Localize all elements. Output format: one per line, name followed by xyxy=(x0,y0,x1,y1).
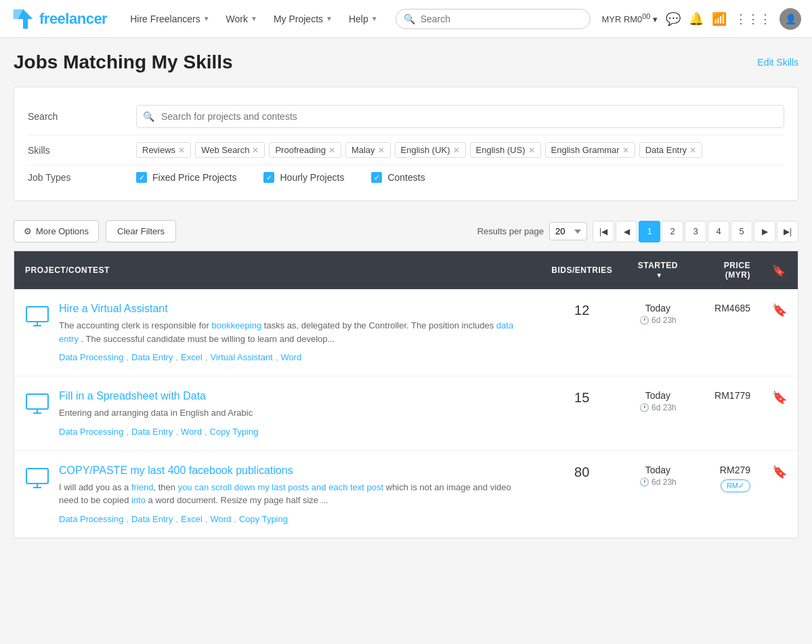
project-main-3: COPY/PASTE my last 400 facebook publicat… xyxy=(25,465,530,524)
page-2-button[interactable]: 2 xyxy=(662,221,683,242)
started-cell-2: Today 🕐 6d 23h xyxy=(623,377,692,451)
price-value-3: RM279 xyxy=(720,465,750,475)
search-input-content: 🔍 xyxy=(136,105,784,128)
logo-icon xyxy=(11,7,35,31)
tag-data-processing[interactable]: Data Processing xyxy=(59,514,123,524)
edit-skills-link[interactable]: Edit Skills xyxy=(757,57,798,68)
price-value-1: RM4685 xyxy=(714,303,750,314)
job-types-content: ✓ Fixed Price Projects ✓ Hourly Projects… xyxy=(136,172,784,183)
started-time-1: 🕐 6d 23h xyxy=(634,316,681,325)
main-content: Jobs Matching My Skills Edit Skills Sear… xyxy=(0,38,812,552)
currency-display[interactable]: MYR RM000 ▾ xyxy=(601,12,658,24)
avatar[interactable]: 👤 xyxy=(779,8,801,30)
fixed-price-label: Fixed Price Projects xyxy=(152,172,236,183)
bookmark-icon-2[interactable]: 🔖 xyxy=(772,391,787,404)
remove-skill-malay[interactable]: ✕ xyxy=(378,146,385,155)
job-types: ✓ Fixed Price Projects ✓ Hourly Projects… xyxy=(136,172,784,183)
project-desc-1: The accounting clerk is responsible for … xyxy=(59,319,530,345)
chevron-down-icon: ▼ xyxy=(251,15,257,22)
project-desc-2: Entering and arranging data in English a… xyxy=(59,406,530,420)
tag-data-entry[interactable]: Data Entry xyxy=(131,427,173,437)
filter-panel: Search 🔍 Skills Reviews ✕ Web Search xyxy=(14,87,798,201)
skill-tag-english-uk: English (UK) ✕ xyxy=(395,142,466,158)
job-type-hourly[interactable]: ✓ Hourly Projects xyxy=(263,172,344,183)
svg-marker-1 xyxy=(14,9,23,18)
more-options-button[interactable]: ⚙ More Options xyxy=(14,220,99,242)
page-5-button[interactable]: 5 xyxy=(731,221,752,242)
per-page-select[interactable]: 20 10 50 100 xyxy=(549,222,587,240)
page-4-button[interactable]: 4 xyxy=(708,221,729,242)
monitor-icon xyxy=(25,391,49,416)
tag-copy-typing[interactable]: Copy Typing xyxy=(239,514,288,524)
notifications-icon[interactable]: 🔔 xyxy=(689,12,704,26)
th-bookmark: 🔖 xyxy=(761,251,798,290)
remove-skill-english-uk[interactable]: ✕ xyxy=(453,146,460,155)
skills-content: Reviews ✕ Web Search ✕ Proofreading ✕ Ma… xyxy=(136,142,784,158)
project-tags-2: Data Processing, Data Entry, Word, Copy … xyxy=(59,427,530,437)
project-title-2[interactable]: Fill in a Spreadsheet with Data xyxy=(59,390,206,402)
nav-my-projects[interactable]: My Projects ▼ xyxy=(267,9,339,28)
clock-icon: 🕐 xyxy=(639,316,649,325)
project-title-1[interactable]: Hire a Virtual Assistant xyxy=(59,303,168,314)
nav-search-input[interactable] xyxy=(396,9,591,29)
tag-data-entry[interactable]: Data Entry xyxy=(131,352,173,362)
remove-skill-english-us[interactable]: ✕ xyxy=(528,146,535,155)
nav-help[interactable]: Help ▼ xyxy=(342,9,385,28)
clear-filters-button[interactable]: Clear Filters xyxy=(106,220,176,242)
project-title-3[interactable]: COPY/PASTE my last 400 facebook publicat… xyxy=(59,465,293,476)
nav-right: MYR RM000 ▾ 💬 🔔 📶 ⋮⋮⋮ 👤 xyxy=(601,8,801,30)
search-icon: 🔍 xyxy=(404,14,415,24)
nav-search-wrapper: 🔍 xyxy=(396,9,591,29)
remove-skill-web-search[interactable]: ✕ xyxy=(252,146,259,155)
svg-rect-8 xyxy=(26,469,48,484)
tag-word[interactable]: Word xyxy=(280,352,301,362)
skill-tag-web-search: Web Search ✕ xyxy=(195,142,265,158)
search-input[interactable] xyxy=(136,105,784,128)
checkbox-hourly[interactable]: ✓ xyxy=(263,172,274,183)
nav-work[interactable]: Work ▼ xyxy=(219,9,264,28)
price-cell-2: RM1779 xyxy=(693,377,761,451)
page-3-button[interactable]: 3 xyxy=(685,221,706,242)
checkbox-contests[interactable]: ✓ xyxy=(371,172,382,183)
grid-icon[interactable]: ⋮⋮⋮ xyxy=(735,12,771,26)
bookmark-icon-1[interactable]: 🔖 xyxy=(772,303,787,317)
started-label-1: Today xyxy=(634,303,681,314)
tag-data-entry[interactable]: Data Entry xyxy=(131,514,173,524)
tag-data-processing[interactable]: Data Processing xyxy=(59,427,123,437)
tag-word[interactable]: Word xyxy=(181,427,202,437)
tag-data-processing[interactable]: Data Processing xyxy=(59,352,123,362)
tag-excel[interactable]: Excel xyxy=(181,352,202,362)
sort-arrow-icon: ▼ xyxy=(656,272,662,279)
price-value-2: RM1779 xyxy=(714,390,750,401)
th-started: STARTED ▼ xyxy=(623,251,692,290)
page-next-button[interactable]: ▶ xyxy=(754,221,775,242)
bids-cell-2: 15 xyxy=(540,377,623,451)
bookmark-cell-1: 🔖 xyxy=(761,289,798,377)
page-1-button[interactable]: 1 xyxy=(639,221,660,242)
page-first-button[interactable]: |◀ xyxy=(593,221,614,242)
project-cell-1: Hire a Virtual Assistant The accounting … xyxy=(14,289,541,377)
logo[interactable]: freelancer xyxy=(11,7,107,31)
remove-skill-english-grammar[interactable]: ✕ xyxy=(622,146,629,155)
messages-icon[interactable]: 💬 xyxy=(666,12,681,26)
bookmark-icon-3[interactable]: 🔖 xyxy=(772,465,787,479)
svg-rect-2 xyxy=(26,307,48,322)
job-type-contests[interactable]: ✓ Contests xyxy=(371,172,425,183)
tag-excel[interactable]: Excel xyxy=(181,514,202,524)
page-prev-button[interactable]: ◀ xyxy=(616,221,637,242)
hourly-label: Hourly Projects xyxy=(280,172,344,183)
page-last-button[interactable]: ▶| xyxy=(777,221,798,242)
checkbox-fixed-price[interactable]: ✓ xyxy=(136,172,147,183)
job-type-fixed-price[interactable]: ✓ Fixed Price Projects xyxy=(136,172,236,183)
signal-icon[interactable]: 📶 xyxy=(712,12,727,26)
tag-virtual-assistant[interactable]: Virtual Assistant xyxy=(210,352,272,362)
chevron-down-icon: ▼ xyxy=(203,15,210,22)
nav-hire-freelancers[interactable]: Hire Freelancers ▼ xyxy=(123,9,216,28)
remove-skill-proofreading[interactable]: ✕ xyxy=(328,146,335,155)
bids-cell-3: 80 xyxy=(540,450,623,538)
clock-icon: 🕐 xyxy=(639,477,649,487)
remove-skill-reviews[interactable]: ✕ xyxy=(178,146,185,155)
tag-word[interactable]: Word xyxy=(210,514,231,524)
tag-copy-typing[interactable]: Copy Typing xyxy=(210,427,259,437)
remove-skill-data-entry[interactable]: ✕ xyxy=(689,146,696,155)
